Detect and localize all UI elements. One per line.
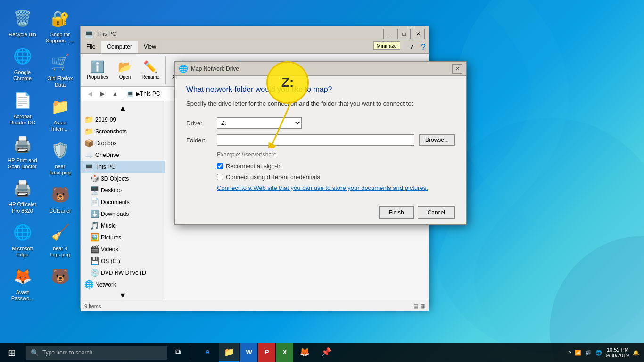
taskbar-right: ^ 📶 🔊 🌐 10:52 PM 9/30/2019 🔔 — [569, 347, 644, 358]
taskbar-time-text: 10:52 PM — [607, 347, 629, 353]
dialog-heading: What network folder would you like to ma… — [186, 85, 455, 94]
map-network-drive-dialog: 🌐 Map Network Drive ✕ What network folde… — [174, 61, 467, 225]
taskbar-unknown-app[interactable]: 📌 — [316, 343, 337, 362]
credentials-row: Connect using different credentials — [217, 173, 455, 181]
taskbar-date-text: 9/30/2019 — [606, 353, 629, 358]
taskbar-task-view[interactable]: ⧉ — [167, 343, 188, 362]
taskbar-edge-app[interactable]: e — [197, 343, 218, 362]
taskbar-file-explorer-app[interactable]: 📁 — [219, 343, 239, 362]
taskbar-clock[interactable]: 10:52 PM 9/30/2019 — [606, 347, 629, 358]
reconnect-label: Reconnect at sign-in — [226, 163, 282, 170]
browse-button[interactable]: Browse... — [419, 134, 455, 146]
dialog-titlebar: 🌐 Map Network Drive ✕ — [175, 62, 466, 76]
reconnect-checkbox[interactable] — [217, 163, 223, 169]
dialog-title-text: Map Network Drive — [191, 66, 452, 72]
dialog-close-button[interactable]: ✕ — [452, 64, 462, 74]
credentials-checkbox[interactable] — [217, 174, 223, 180]
taskbar-word-app[interactable]: W — [240, 343, 257, 362]
drive-field: Drive: Z: — [186, 117, 455, 129]
folder-example: Example: \\server\share — [217, 151, 455, 158]
taskbar-wifi-icon: 🌐 — [595, 350, 602, 356]
taskbar-search-bar[interactable]: 🔍 — [26, 346, 167, 360]
taskbar-excel-app[interactable]: X — [276, 343, 293, 362]
cancel-button[interactable]: Cancel — [418, 206, 455, 219]
credentials-label: Connect using different credentials — [226, 173, 320, 181]
taskbar-separator — [190, 346, 190, 359]
folder-field: Folder: Browse... — [186, 134, 455, 146]
dialog-overlay: 🌐 Map Network Drive ✕ What network folde… — [0, 0, 644, 362]
taskbar-search-input[interactable] — [42, 349, 163, 356]
taskbar-apps: e 📁 W P X 🦊 📌 — [197, 343, 337, 362]
taskbar-firefox-app[interactable]: 🦊 — [294, 343, 315, 362]
taskbar: ⊞ 🔍 ⧉ e 📁 W P X 🦊 📌 ^ 📶 🔊 🌐 10:52 PM 9/3… — [0, 343, 644, 362]
reconnect-row: Reconnect at sign-in — [217, 163, 455, 170]
folder-label: Folder: — [186, 137, 212, 144]
drive-select[interactable]: Z: — [217, 117, 302, 129]
drive-label: Drive: — [186, 120, 212, 127]
dialog-content: What network folder would you like to ma… — [175, 76, 466, 201]
dialog-title-icon: 🌐 — [179, 64, 188, 73]
taskbar-powerpoint-app[interactable]: P — [258, 343, 275, 362]
annotation-circle: Z: — [266, 61, 309, 104]
folder-input[interactable] — [217, 134, 414, 146]
annotation-text: Z: — [281, 75, 294, 90]
web-site-link[interactable]: Connect to a Web site that you can use t… — [217, 184, 455, 191]
taskbar-notification-icon[interactable]: 🔔 — [633, 350, 639, 356]
taskbar-search-icon: 🔍 — [31, 349, 39, 356]
taskbar-chevron-up[interactable]: ^ — [569, 350, 571, 355]
dialog-footer: Finish Cancel — [175, 201, 466, 224]
finish-button[interactable]: Finish — [379, 206, 414, 219]
dialog-description: Specify the drive letter for the connect… — [186, 99, 455, 108]
start-button[interactable]: ⊞ — [0, 343, 24, 362]
taskbar-network-icon: 📶 — [575, 350, 581, 356]
taskbar-volume-icon[interactable]: 🔊 — [585, 350, 592, 356]
